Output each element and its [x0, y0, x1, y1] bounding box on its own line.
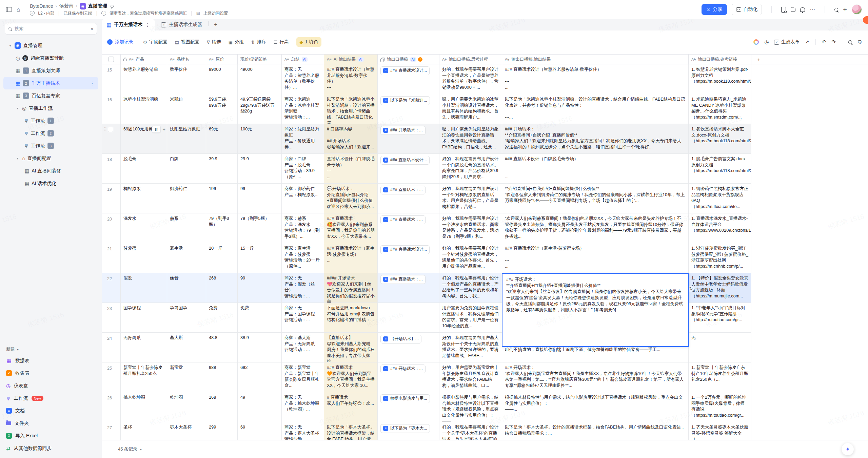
cell-links[interactable]: 1. 新宝堂 十年新会陈皮广东特产10年老陈皮养生茶蕴月瓶礼盒250克（...: [689, 362, 751, 392]
cell-output[interactable]: 以下是为「枣木大圣杯」设计的直播话术框架，结合FABE结构、用户情绪曲线及口语化…: [502, 422, 689, 440]
cell-product[interactable]: 冰萃小桂梨清润糖: [121, 94, 167, 124]
cell-thinking[interactable]: 好的，我现在需要帮用户设计一个白牌脱毛膏的直播话术。商家是白牌，产品价格从39.…: [439, 154, 502, 184]
sidebar-action-文档[interactable]: ≡文档: [3, 404, 98, 417]
add-inline-icon[interactable]: +: [162, 126, 165, 132]
cell-thinking[interactable]: 好的，用户需要为新宝堂的十年新会陈皮蕴月瓶礼盒设计直播话术，要求结合FABE结构…: [439, 362, 502, 392]
table-row[interactable]: 19枸杞原浆御济药仁19999商家：御济药仁 产品：枸杞原浆...💬开场话术： …: [102, 184, 868, 213]
cell-thinking[interactable]: 根据电影热度与用户需求，结合桃木材质特性设计以下直播话术（规避版权风险，重点突出…: [439, 392, 502, 422]
cell-promo[interactable]: 49: [238, 392, 282, 422]
group-button[interactable]: ▣分组: [229, 39, 244, 45]
drag-handle[interactable]: ⠿: [104, 127, 106, 133]
table-row[interactable]: 27圣杯枣木大圣杯29969商家：无 产品：枣木大圣杯 营销活动...以下是为「…: [102, 422, 868, 440]
filter-button[interactable]: ∇筛选: [207, 39, 221, 45]
column-header-product[interactable]: A≡产品: [121, 55, 167, 64]
column-header-brand[interactable]: A≡品牌名: [167, 55, 206, 64]
security-level[interactable]: L2 - 内部: [38, 11, 54, 16]
cell-output[interactable]: “欢迎家人们来到赫系直播间！我是你们的老朋友XX，今天给大家带来的是头皮养护专场…: [502, 213, 689, 243]
cell-links[interactable]: 1. 御济药仁黑枸杞原浆官方正品黑枸杞原浆液干货旗舰店6AQ（https://m…: [689, 184, 751, 213]
access-settings[interactable]: 上级访问设置: [203, 11, 228, 16]
record-count[interactable]: 45 条记录: [118, 446, 137, 452]
script-record-chip[interactable]: ≡### 直播话术：...: [380, 215, 426, 224]
cell-summary[interactable]: 商家：豪生活 产品：菠萝蜜 营销活动：20一斤（原件...: [282, 243, 324, 273]
add-record-button[interactable]: + 添加记录: [107, 39, 133, 45]
chevron-down-icon[interactable]: ▾: [140, 447, 142, 451]
cell-promo[interactable]: 15一斤: [238, 243, 282, 273]
template-icon[interactable]: [791, 7, 795, 12]
sidebar-toggle-icon[interactable]: [6, 7, 12, 12]
cell-price[interactable]: 69元: [206, 124, 238, 154]
add-column-icon[interactable]: +: [757, 57, 761, 62]
cell-ai[interactable]: 下面是去除 markdown 符号并运用 emoji 表情包结构化输出的口播稿：…: [324, 303, 378, 333]
cell-product[interactable]: 脱毛膏: [121, 154, 167, 184]
cell-thinking[interactable]: 好的，我现在需要帮用户设计一个针对枸杞原浆的直播话术。用户是御济药仁，产品是枸杞…: [439, 184, 502, 213]
sidebar-item-工作流[interactable]: ⋔工作流2: [3, 127, 98, 140]
cell-ai[interactable]: ### 直播话术 🥰欢迎家人们!来到赫系直播间，我是你们的老朋友XX，今天大家带…: [324, 213, 378, 243]
cell-summary[interactable]: 商家：新宝堂 产品：新宝堂十年新会陈皮蕴月瓶礼盒...: [282, 362, 324, 392]
add-tab-button[interactable]: +: [209, 19, 223, 30]
cell-price[interactable]: 268: [206, 273, 238, 303]
cell-output[interactable]: ### 直播话术设计（白牌脱毛膏专场） --- ...: [502, 154, 689, 184]
column-header-price[interactable]: A≡原价: [206, 55, 238, 64]
cell-ai[interactable]: ### 直播话术设计（豪生活·菠萝蜜专场） ...: [324, 243, 378, 273]
breadcrumb-user[interactable]: 侯若南: [59, 3, 74, 9]
cell-product[interactable]: 菠萝蜜: [121, 243, 167, 273]
sidebar-action-从其他数据源同步[interactable]: ⇄从其他数据源同步: [3, 442, 98, 455]
cell-summary[interactable]: 商家：御济药仁 产品：枸杞原浆...: [282, 184, 324, 213]
cell-brand[interactable]: 数字伙伴: [167, 64, 206, 94]
cell-chip[interactable]: ≡以下是为「枣木大...: [378, 422, 439, 440]
notification-bell-icon[interactable]: [800, 7, 805, 12]
cell-thinking[interactable]: 嗯，用户需要为米凯迪的冰萃小桂梨清润糖设计直播话术，而且有具体的结构和要求。首先…: [439, 94, 502, 124]
cell-chip[interactable]: ≡### 直播话术：...: [378, 184, 439, 213]
cell-summary[interactable]: 商家：基大斯 产品：无骨鸡爪 营销活动：...: [282, 333, 324, 362]
cell-price[interactable]: 免费: [206, 303, 238, 333]
cell-price[interactable]: 79（到手3瓶）: [206, 213, 238, 243]
cell-brand[interactable]: 白牌: [167, 154, 206, 184]
cell-chip[interactable]: ≡### 直播话术：...: [378, 213, 439, 243]
cell-ai[interactable]: 【直播话术】 😋欢迎来到基大斯宠粉厨房！我是你们的鸡爪狂魔小美姐，专注带大家吃.…: [324, 333, 378, 362]
cell-chip[interactable]: ≡### 直播话术：...: [378, 273, 439, 303]
table-row[interactable]: 23国学课程学习国学免费免费商家：无 产品：国学课程 营销活动：...下面是去除…: [102, 303, 868, 333]
cell-rownum[interactable]: 15: [102, 64, 121, 94]
cell-chip[interactable]: ≡### 开场话术：...: [378, 124, 439, 154]
table-row[interactable]: 16冰萃小桂梨清润糖米凯迪59.9三袋、89.9五袋49.9三袋送两袋28g\7…: [102, 94, 868, 124]
sidebar-item-直播管理[interactable]: ▾◉直播管理: [3, 39, 98, 52]
cell-price[interactable]: 199: [206, 184, 238, 213]
search-icon[interactable]: [834, 8, 838, 12]
more-icon[interactable]: ⋯: [810, 6, 815, 13]
cell-ai[interactable]: #### 开场话术 💖欢迎家人们来到【丝音假发】的专属直播间！我是你们的假发推荐…: [324, 273, 378, 303]
table-row[interactable]: 21菠萝蜜豪生活20一斤15一斤商家：豪生活 产品：菠萝蜜 营销活动：20一斤（…: [102, 243, 868, 273]
script-record-chip[interactable]: ≡以下是为「枣木大...: [380, 424, 430, 433]
cell-links[interactable]: 1. 【特价】假发全头套女款真人发丝中老年女士妈妈款假发官方旗舰店...沐颜（h…: [689, 273, 751, 303]
redo-icon[interactable]: ↷: [831, 39, 836, 45]
create-section-header[interactable]: 新建 ▾: [3, 344, 98, 354]
fill-color-button[interactable]: ◆1 填色: [296, 37, 321, 47]
cell-promo[interactable]: 49.9三袋送两袋28g\79.9五袋送五袋28g: [238, 94, 282, 124]
select-all-checkbox[interactable]: [108, 57, 114, 62]
script-record-chip[interactable]: ≡以下是为「米凯迪...: [380, 96, 430, 105]
sort-button[interactable]: ⇅排序: [251, 39, 266, 45]
avatar[interactable]: [852, 4, 862, 15]
cell-promo[interactable]: 100元: [238, 124, 282, 154]
cell-price[interactable]: 988: [206, 362, 238, 392]
sidebar-item-直播策划大师[interactable]: ▦1直播策划大师: [3, 64, 98, 77]
ai-assistant-button[interactable]: ✦: [842, 443, 854, 455]
cell-links[interactable]: 无: [689, 333, 751, 362]
cell-brand[interactable]: 御济药仁: [167, 184, 206, 213]
cell-brand[interactable]: 赫系: [167, 213, 206, 243]
cell-promo[interactable]: 69: [238, 422, 282, 440]
script-record-chip[interactable]: ≡### 直播话术设计...: [380, 245, 430, 254]
item-menu-icon[interactable]: ⋮: [90, 81, 95, 86]
script-record-chip[interactable]: ≡【开场话术】...: [380, 335, 421, 344]
cell-product[interactable]: 新宝堂十年新会陈皮蕴月瓶礼盒250克: [121, 362, 167, 392]
cell-brand[interactable]: 基大斯: [167, 333, 206, 362]
ai-gradient-icon[interactable]: [753, 39, 759, 45]
cell-summary[interactable]: 商家：无 产品：假发（丝音） 营销活动：...: [282, 273, 324, 303]
cell-promo[interactable]: 99: [238, 273, 282, 303]
cell-ai[interactable]: # 直播话术 家人们下午好呀😊！欢...: [324, 392, 378, 422]
cell-links[interactable]: 1. 直播话术洗发水_直播话术-自媒体运营平台（https://www.0020…: [689, 213, 751, 243]
cell-price[interactable]: 299: [206, 422, 238, 440]
cell-promo[interactable]: 79（到手5瓶）: [238, 213, 282, 243]
breadcrumb-current[interactable]: ◉ 直播管理: [80, 3, 114, 9]
cell-output[interactable]: ### 直播话术设计（智慧养老服务清单·数字伙伴） --- ...: [502, 64, 689, 94]
sidebar-item-AI 直播间装修[interactable]: ▦AI 直播间装修: [3, 165, 98, 177]
